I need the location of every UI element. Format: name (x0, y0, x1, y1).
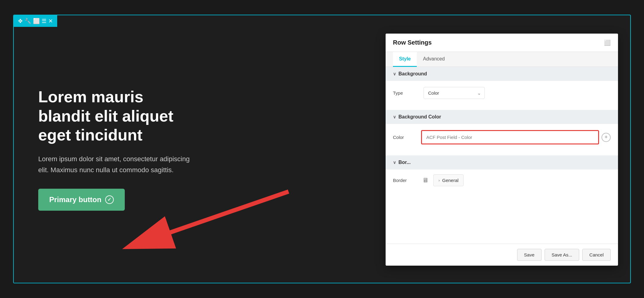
heading-text: Lorem mauris blandit elit aliquet eget t… (38, 87, 191, 144)
general-label: General (442, 178, 458, 183)
minimize-button[interactable]: ⬜ (604, 39, 611, 46)
body-text: Lorem ipsum dolor sit amet, consectetur … (38, 154, 191, 175)
cancel-button[interactable]: Cancel (582, 249, 611, 261)
border-field-row: Border 🖥 › General (386, 169, 618, 191)
tab-style[interactable]: Style (393, 52, 417, 67)
close-icon[interactable]: ✕ (48, 18, 53, 24)
wrench-icon[interactable]: 🔧 (24, 18, 31, 24)
background-section-label: Background (398, 71, 427, 77)
type-label: Type (393, 90, 417, 96)
border-section-header[interactable]: ∨ Bor... (386, 155, 618, 169)
background-section-content: Type Color Image Video Gradient ⌄ (386, 81, 618, 110)
canvas-wrapper: ✥ 🔧 ⬜ ☰ ✕ Lorem mauris blandit elit aliq… (13, 15, 631, 283)
save-button[interactable]: Save (517, 249, 542, 261)
type-select-wrapper: Color Image Video Gradient ⌄ (424, 87, 485, 99)
move-icon[interactable]: ✥ (18, 18, 23, 24)
border-chevron-icon: ∨ (393, 160, 396, 165)
dialog-footer: Save Save As... Cancel (386, 244, 618, 266)
border-section-label: Bor... (398, 160, 411, 165)
background-color-section-content: Color + (386, 124, 618, 155)
primary-button-label: Primary button (49, 195, 102, 204)
element-toolbar: ✥ 🔧 ⬜ ☰ ✕ (14, 15, 57, 27)
background-color-section-header[interactable]: ∨ Background Color (386, 110, 618, 124)
row-settings-dialog: Row Settings ⬜ Style Advanced ∨ Backgrou… (386, 34, 618, 266)
color-input[interactable] (421, 130, 599, 144)
dialog-header: Row Settings ⬜ (386, 34, 618, 52)
general-button[interactable]: › General (433, 174, 464, 186)
background-color-chevron-icon: ∨ (393, 114, 396, 119)
left-content-panel: Lorem mauris blandit elit aliquet eget t… (14, 15, 216, 283)
dialog-body: ∨ Background Type Color Image Video Grad… (386, 67, 618, 244)
device-icon: 🖥 (422, 177, 428, 184)
color-input-wrapper: + (421, 130, 611, 144)
dialog-title: Row Settings (393, 39, 432, 46)
chevron-right-icon: › (439, 178, 440, 183)
border-label: Border (393, 178, 417, 183)
background-chevron-icon: ∨ (393, 71, 396, 76)
copy-icon[interactable]: ⬜ (33, 18, 40, 24)
background-color-section-label: Background Color (398, 114, 441, 120)
color-add-button[interactable]: + (601, 133, 611, 142)
save-as-button[interactable]: Save As... (545, 249, 579, 261)
color-label: Color (393, 135, 417, 140)
type-select[interactable]: Color Image Video Gradient (424, 87, 485, 99)
check-icon: ✓ (105, 195, 114, 204)
color-field-row: Color + (393, 130, 611, 144)
background-section-header[interactable]: ∨ Background (386, 67, 618, 81)
dialog-tabs: Style Advanced (386, 52, 618, 67)
tab-advanced[interactable]: Advanced (417, 52, 451, 67)
menu-icon[interactable]: ☰ (42, 18, 46, 24)
type-field-row: Type Color Image Video Gradient ⌄ (393, 87, 611, 99)
primary-button[interactable]: Primary button ✓ (38, 189, 125, 211)
